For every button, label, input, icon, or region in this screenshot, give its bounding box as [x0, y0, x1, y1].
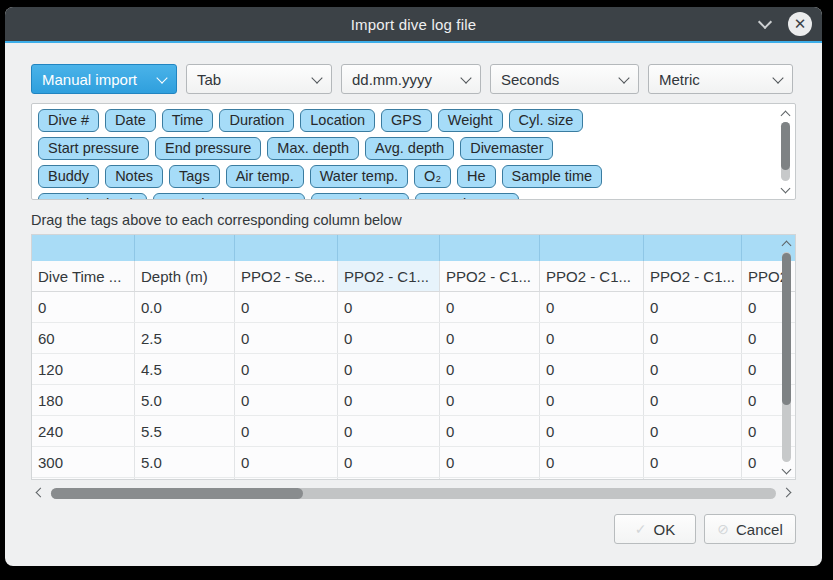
- table-cell: 0: [235, 385, 338, 415]
- scroll-right-icon[interactable]: [782, 486, 794, 501]
- table-cell: [644, 478, 742, 480]
- tag-sample-depth[interactable]: Sample depth: [38, 193, 147, 200]
- table-cell: 0: [644, 416, 742, 446]
- table-cell: 0: [644, 385, 742, 415]
- table-cell: [338, 478, 440, 480]
- instruction-label: Drag the tags above to each correspondin…: [31, 212, 796, 228]
- table-cell: 0: [540, 354, 644, 384]
- table-cell: 0: [440, 447, 540, 477]
- table-cell: 0: [440, 292, 540, 322]
- combo-metric[interactable]: Metric: [648, 64, 793, 94]
- tag-sample-cns[interactable]: Sample CNS: [415, 193, 519, 200]
- titlebar-icons: ✕: [757, 7, 812, 41]
- tag-air-temp[interactable]: Air temp.: [226, 165, 304, 188]
- table-hscrollbar[interactable]: [31, 486, 796, 501]
- table-cell: 0: [338, 416, 440, 446]
- table-cell: 240: [32, 416, 135, 446]
- table-row: 1204.5000000: [32, 354, 795, 385]
- table-cell: 2.5: [135, 323, 235, 353]
- tag-divemaster[interactable]: Divemaster: [460, 137, 553, 160]
- tag-time[interactable]: Time: [162, 109, 214, 132]
- combo-tab[interactable]: Tab: [186, 64, 332, 94]
- table-row: 2405.5000000: [32, 416, 795, 447]
- tag-water-temp[interactable]: Water temp.: [310, 165, 408, 188]
- tag-cyl-size[interactable]: Cyl. size: [509, 109, 584, 132]
- combo-dd-mm-yyyy[interactable]: dd.mm.yyyy: [341, 64, 481, 94]
- scroll-left-icon[interactable]: [33, 486, 45, 501]
- column-header[interactable]: PPO2 - C1...: [440, 261, 540, 291]
- table-cell: 0: [440, 323, 540, 353]
- scroll-up-icon[interactable]: [778, 107, 793, 120]
- accent-line: [5, 41, 822, 43]
- table-cell: 4.5: [135, 354, 235, 384]
- combo-value: Tab: [197, 71, 221, 88]
- drop-target-cell[interactable]: [440, 235, 540, 261]
- table-cell: 60: [32, 323, 135, 353]
- column-header[interactable]: PPO2 - Se...: [235, 261, 338, 291]
- table-cell: 0: [32, 292, 135, 322]
- column-header[interactable]: Dive Time ...: [32, 261, 135, 291]
- close-icon[interactable]: ✕: [788, 12, 812, 36]
- tag-max-depth[interactable]: Max. depth: [267, 137, 359, 160]
- column-header[interactable]: PPO2 - C1...: [540, 261, 644, 291]
- tag-pool-scrollbar[interactable]: [778, 106, 793, 197]
- cancel-button-label: Cancel: [736, 521, 783, 538]
- tag-o[interactable]: O₂: [414, 165, 451, 188]
- table-cell: [742, 478, 796, 480]
- tag-end-pressure[interactable]: End pressure: [155, 137, 261, 160]
- drop-target-cell[interactable]: [644, 235, 742, 261]
- tag-he[interactable]: He: [457, 165, 496, 188]
- table-cell: 180: [32, 385, 135, 415]
- cancel-circle-icon: ⊘: [717, 521, 729, 537]
- drop-target-cell[interactable]: [235, 235, 338, 261]
- table-cell: 0: [644, 323, 742, 353]
- scroll-down-icon[interactable]: [779, 464, 794, 477]
- table-cell: 0: [540, 385, 644, 415]
- column-header[interactable]: PPO2 - C1...: [338, 261, 440, 291]
- tag-buddy[interactable]: Buddy: [38, 165, 99, 188]
- table-cell: 0: [540, 447, 644, 477]
- tag-gps[interactable]: GPS: [381, 109, 432, 132]
- drop-target-cell[interactable]: [32, 235, 135, 261]
- scrollbar-thumb[interactable]: [782, 253, 791, 405]
- chevron-down-icon[interactable]: [757, 16, 773, 32]
- drop-target-cell[interactable]: [135, 235, 235, 261]
- column-header[interactable]: PPO2 - C1...: [644, 261, 742, 291]
- tag-sample-temperature[interactable]: Sample temperature: [153, 193, 304, 200]
- table-cell: 120: [32, 354, 135, 384]
- tag-notes[interactable]: Notes: [105, 165, 163, 188]
- tag-location[interactable]: Location: [300, 109, 375, 132]
- table-scrollbar[interactable]: [779, 236, 794, 478]
- combo-value: Manual import: [42, 71, 137, 88]
- tag-sample-time[interactable]: Sample time: [502, 165, 603, 188]
- chevron-down-icon: [618, 72, 629, 83]
- tag-row: Start pressureEnd pressureMax. depthAvg.…: [38, 137, 789, 160]
- drop-target-cell[interactable]: [338, 235, 440, 261]
- combo-value: Seconds: [501, 71, 559, 88]
- combo-seconds[interactable]: Seconds: [490, 64, 639, 94]
- scroll-down-icon[interactable]: [778, 183, 793, 196]
- tag-weight[interactable]: Weight: [438, 109, 503, 132]
- combo-manual-import[interactable]: Manual import: [31, 64, 177, 94]
- table-row-partial: [32, 478, 795, 480]
- scroll-up-icon[interactable]: [779, 237, 794, 250]
- tag-start-pressure[interactable]: Start pressure: [38, 137, 149, 160]
- tag-avg-depth[interactable]: Avg. depth: [365, 137, 454, 160]
- tag-duration[interactable]: Duration: [219, 109, 294, 132]
- column-header[interactable]: Depth (m): [135, 261, 235, 291]
- tag-date[interactable]: Date: [105, 109, 156, 132]
- combo-value: Metric: [659, 71, 700, 88]
- drop-target-cell[interactable]: [540, 235, 644, 261]
- table-cell: 0.0: [135, 292, 235, 322]
- tag-dive-#[interactable]: Dive #: [38, 109, 99, 132]
- titlebar[interactable]: Import dive log file ✕: [5, 7, 822, 41]
- table-cell: 0: [440, 385, 540, 415]
- table-cell: 0: [338, 447, 440, 477]
- ok-button[interactable]: ✓OK: [614, 514, 696, 544]
- cancel-button[interactable]: ⊘Cancel: [704, 514, 796, 544]
- table-cell: 0: [235, 447, 338, 477]
- scrollbar-thumb[interactable]: [781, 122, 790, 170]
- tag-sample-po[interactable]: Sample pO₂: [311, 193, 409, 200]
- tag-tags[interactable]: Tags: [169, 165, 220, 188]
- hscrollbar-thumb[interactable]: [51, 488, 303, 499]
